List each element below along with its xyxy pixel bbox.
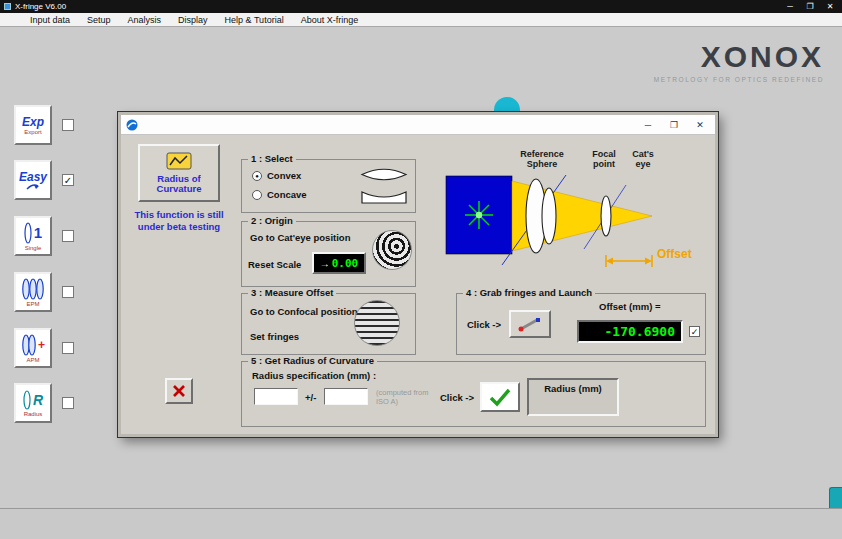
cateye-position-label: Go to Cat'eye position xyxy=(250,232,350,243)
reset-scale-button[interactable]: → 0.00 xyxy=(312,252,366,274)
origin-groupbox: 2 : Origin Go to Cat'eye position Reset … xyxy=(241,221,416,287)
single-sublabel: Single xyxy=(25,245,42,251)
confocal-fringe-image xyxy=(354,300,400,346)
radius-tool-button[interactable]: Radius of Curvature xyxy=(138,144,220,202)
offset-word-label: Offset xyxy=(657,247,692,261)
offset-checkbox-mark: ✓ xyxy=(691,327,699,337)
select-groupbox: 1 : Select ● Convex Concave xyxy=(241,159,416,213)
sidebar-item-epm[interactable]: EPM xyxy=(14,272,52,312)
radio-convex-circle: ● xyxy=(252,171,262,181)
offset-value-display: -170.6900 xyxy=(577,320,683,343)
window-title: X-fringe V6.00 xyxy=(15,2,66,11)
radio-concave[interactable]: Concave xyxy=(252,189,307,200)
origin-groupbox-title: 2 : Origin xyxy=(248,215,296,226)
radius-label: R xyxy=(33,393,43,407)
dialog-icon xyxy=(126,119,138,131)
radius-tool-label: Radius of Curvature xyxy=(157,174,202,195)
minimize-icon[interactable]: ─ xyxy=(782,2,798,11)
sidebar-item-single[interactable]: 1 Single xyxy=(14,216,52,256)
checkbox-epm[interactable] xyxy=(62,286,74,298)
sidebar-item-easy[interactable]: Easy xyxy=(14,160,52,200)
marker-pen-icon xyxy=(517,315,543,333)
export-label: Exp xyxy=(22,116,44,128)
convex-lens-icon xyxy=(360,166,408,183)
radius-spec-label: Radius specification (mm) : xyxy=(252,370,376,381)
radius-tool-icon xyxy=(166,152,192,172)
radius-tolerance-input[interactable] xyxy=(324,388,368,405)
concave-lens-icon xyxy=(360,189,408,205)
dialog-body: Radius of Curvature This function is sti… xyxy=(121,135,715,433)
menu-analysis[interactable]: Analysis xyxy=(128,15,162,25)
radius-sublabel: Radius xyxy=(24,411,43,417)
menu-input-data[interactable]: Input data xyxy=(30,15,70,25)
brand-logo: XONOX METROLOGY FOR OPTICS REDEFINED xyxy=(654,42,824,83)
lens-pair-icon xyxy=(21,334,37,356)
sidebar-item-export[interactable]: Exp Export xyxy=(14,105,52,145)
menu-setup[interactable]: Setup xyxy=(87,15,111,25)
confocal-position-label: Go to Confocal position xyxy=(250,306,358,317)
checkbox-easy-mark: ✓ xyxy=(64,175,72,186)
app-icon xyxy=(4,3,11,10)
cateye-fringe-image xyxy=(372,230,412,270)
dialog-maximize-icon[interactable]: ❐ xyxy=(661,117,687,133)
app-window: X-fringe V6.00 ─ ❐ ✕ Input data Setup An… xyxy=(0,0,842,539)
radius-of-curvature-dialog: ─ ❐ ✕ Radius of Curvature This function … xyxy=(118,112,718,437)
checkbox-easy[interactable]: ✓ xyxy=(62,174,74,186)
lens-stack-icon xyxy=(20,278,46,300)
checkbox-export[interactable] xyxy=(62,119,74,131)
cats-eye-label: Cat's eye xyxy=(623,149,663,170)
single-label: 1 xyxy=(34,225,42,240)
statusbar: Scale : On Off 0 Set 0.0285 User : Commo… xyxy=(0,508,842,539)
checkbox-apm[interactable] xyxy=(62,342,74,354)
lens-icon xyxy=(24,222,32,244)
reset-scale-value: 0.00 xyxy=(332,257,359,270)
focal-point-label: Focal point xyxy=(583,149,625,170)
select-groupbox-title: 1 : Select xyxy=(248,153,296,164)
menu-help[interactable]: Help & Tutorial xyxy=(225,15,284,25)
main-titlebar: X-fringe V6.00 ─ ❐ ✕ xyxy=(0,0,842,13)
grab-fringes-button[interactable] xyxy=(509,310,551,338)
sidebar-item-radius[interactable]: R Radius xyxy=(14,383,52,423)
measure-offset-groupbox: 3 : Measure Offset Go to Confocal positi… xyxy=(241,293,416,355)
radio-concave-circle xyxy=(252,190,262,200)
easy-arrow-icon xyxy=(26,183,40,190)
offset-checkbox[interactable]: ✓ xyxy=(689,326,700,337)
apm-plus-label: + xyxy=(38,339,45,351)
menubar: Input data Setup Analysis Display Help &… xyxy=(0,13,842,27)
menu-about[interactable]: About X-fringe xyxy=(301,15,359,25)
radius-click-label: Click -> xyxy=(440,392,474,403)
sidebar-item-apm[interactable]: + APM xyxy=(14,328,52,368)
radio-concave-label: Concave xyxy=(267,189,307,200)
radius-spec-input[interactable] xyxy=(254,388,298,405)
red-x-icon xyxy=(171,383,187,399)
reset-scale-label: Reset Scale xyxy=(248,259,301,270)
grab-fringes-title: 4 : Grab fringes and Launch xyxy=(463,287,595,298)
grab-click-label: Click -> xyxy=(467,319,501,330)
green-check-icon xyxy=(487,387,513,407)
maximize-icon[interactable]: ❐ xyxy=(802,2,818,11)
measure-offset-title: 3 : Measure Offset xyxy=(248,287,336,298)
dialog-close-icon[interactable]: ✕ xyxy=(687,117,713,133)
dialog-minimize-icon[interactable]: ─ xyxy=(635,117,661,133)
radio-convex[interactable]: ● Convex xyxy=(252,170,301,181)
radio-convex-dot: ● xyxy=(255,173,259,179)
radius-lens-icon xyxy=(23,390,31,410)
radius-result-panel: Radius (mm) xyxy=(527,378,619,416)
checkbox-radius[interactable] xyxy=(62,397,74,409)
reference-sphere-label: Reference Sphere xyxy=(511,149,573,170)
get-radius-title: 5 : Get Radius of Curvature xyxy=(248,355,377,366)
brand-tagline: METROLOGY FOR OPTICS REDEFINED xyxy=(654,76,824,83)
computed-note: (computed from ISO A) xyxy=(376,388,436,406)
checkbox-single[interactable] xyxy=(62,230,74,242)
close-tool-button[interactable] xyxy=(165,378,193,404)
menu-display[interactable]: Display xyxy=(178,15,208,25)
close-icon[interactable]: ✕ xyxy=(822,2,838,11)
grab-fringes-groupbox: 4 : Grab fringes and Launch Click -> Off… xyxy=(456,293,706,355)
set-fringes-label: Set fringes xyxy=(250,331,299,342)
export-sublabel: Export xyxy=(24,129,41,135)
reset-arrow-icon: → xyxy=(320,258,330,269)
apm-sublabel: APM xyxy=(26,357,39,363)
dialog-titlebar[interactable]: ─ ❐ ✕ xyxy=(121,115,715,135)
beta-note: This function is still under beta testin… xyxy=(133,209,225,233)
compute-radius-button[interactable] xyxy=(480,382,520,412)
